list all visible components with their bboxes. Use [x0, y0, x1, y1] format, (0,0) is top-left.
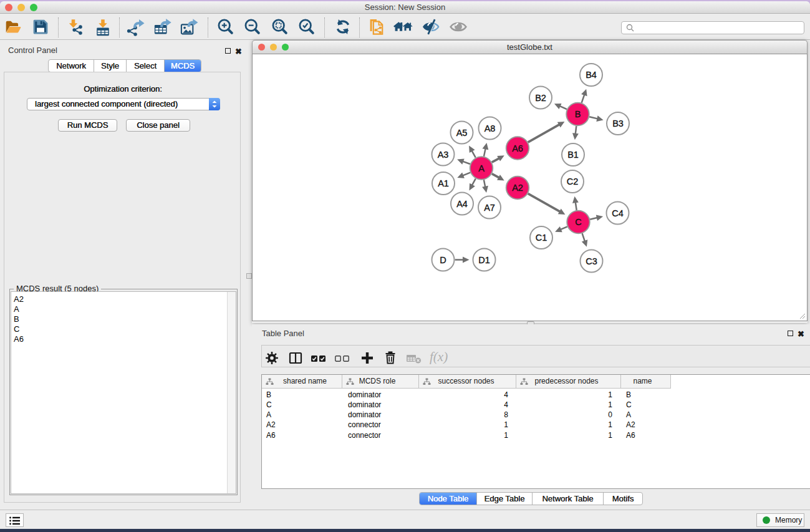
svg-text:B3: B3 [612, 118, 624, 128]
svg-text:B: B [575, 109, 581, 119]
svg-text:A6: A6 [512, 143, 523, 153]
svg-text:D: D [440, 255, 446, 265]
svg-text:A5: A5 [456, 128, 468, 138]
svg-text:A: A [478, 163, 485, 173]
svg-text:B1: B1 [567, 150, 579, 160]
svg-text:C2: C2 [567, 177, 579, 186]
svg-text:A4: A4 [456, 199, 468, 209]
svg-text:C4: C4 [612, 208, 624, 218]
svg-text:C: C [575, 217, 581, 227]
svg-text:A2: A2 [512, 183, 523, 193]
svg-text:D1: D1 [478, 255, 490, 265]
svg-text:C3: C3 [586, 256, 597, 266]
svg-text:A1: A1 [438, 178, 449, 188]
svg-text:A8: A8 [485, 123, 496, 133]
svg-text:B2: B2 [535, 93, 546, 103]
svg-text:C1: C1 [536, 233, 547, 243]
svg-text:B4: B4 [586, 70, 597, 80]
svg-text:A7: A7 [484, 203, 495, 213]
svg-text:A3: A3 [438, 150, 449, 160]
